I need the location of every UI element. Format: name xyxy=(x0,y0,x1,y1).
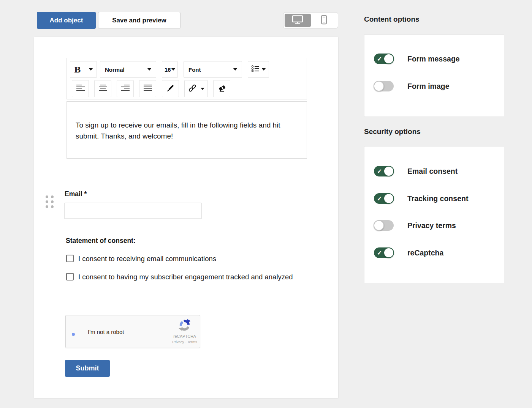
align-center-icon xyxy=(98,84,108,94)
align-right-button[interactable] xyxy=(117,80,134,97)
font-size-dropdown[interactable]: 16 xyxy=(162,61,178,78)
eraser-icon xyxy=(217,83,226,94)
align-left-icon xyxy=(76,84,85,94)
paragraph-format-dropdown[interactable]: Normal xyxy=(100,61,156,78)
justify-icon xyxy=(143,84,152,94)
recaptcha-widget[interactable]: I'm not a robot reCAPTCHA Privacy - Term… xyxy=(65,315,200,348)
form-message-editor[interactable]: To sign up to receive our emails, fill i… xyxy=(66,101,307,159)
device-preview-toggle[interactable] xyxy=(283,12,338,28)
toggle-row-recaptcha: reCaptcha xyxy=(374,247,443,258)
recaptcha-spinner-dot[interactable] xyxy=(72,333,75,336)
insert-link-button[interactable] xyxy=(184,80,208,97)
chevron-down-icon xyxy=(262,68,266,71)
toggle-row-email-consent: Email consent xyxy=(374,166,458,176)
email-field-label: Email * xyxy=(65,190,87,198)
chevron-down-icon xyxy=(89,68,93,71)
toggle-row-form-image: Form image xyxy=(374,81,450,91)
toggle-row-privacy-terms: Privacy terms xyxy=(374,220,456,231)
consent-option-label: I consent to receiving email communicati… xyxy=(78,254,216,264)
form-image-toggle[interactable] xyxy=(374,81,394,91)
chevron-down-icon xyxy=(171,68,175,71)
list-dropdown[interactable] xyxy=(248,61,269,78)
remove-format-button[interactable] xyxy=(213,80,230,97)
email-field[interactable] xyxy=(65,203,201,219)
tracking-consent-toggle[interactable] xyxy=(374,193,394,204)
form-message-toggle[interactable] xyxy=(374,54,394,64)
required-marker: * xyxy=(84,190,87,198)
chevron-down-icon xyxy=(233,68,237,71)
recaptcha-privacy-terms[interactable]: Privacy - Terms xyxy=(171,340,198,344)
mobile-phone-icon xyxy=(318,14,329,27)
link-icon xyxy=(188,83,197,94)
drag-handle[interactable] xyxy=(46,195,54,210)
desktop-monitor-icon xyxy=(291,14,304,27)
security-options-title: Security options xyxy=(364,128,421,136)
bold-icon: B xyxy=(74,65,81,74)
security-options-panel: Email consent Tracking consent Privacy t… xyxy=(364,146,504,283)
consent-option-label: I consent to having my subscriber engage… xyxy=(78,272,293,282)
toggle-row-tracking-consent: Tracking consent xyxy=(374,193,468,204)
toggle-row-form-message: Form message xyxy=(374,54,460,64)
form-message-text: To sign up to receive our emails, fill i… xyxy=(76,121,280,140)
recaptcha-label: I'm not a robot xyxy=(88,329,124,335)
align-right-icon xyxy=(121,84,130,94)
consent-checkbox[interactable] xyxy=(66,273,74,280)
font-family-dropdown[interactable]: Font xyxy=(184,61,242,78)
submit-button[interactable]: Submit xyxy=(65,360,110,377)
desktop-view-button[interactable] xyxy=(285,14,311,27)
pen-icon xyxy=(166,83,175,94)
richtext-toolbar: B Normal 16 Font xyxy=(66,58,307,99)
content-options-panel: Form message Form image xyxy=(364,35,504,117)
bullet-list-icon xyxy=(251,65,260,74)
content-options-title: Content options xyxy=(364,15,420,24)
chevron-down-icon xyxy=(201,88,204,90)
recaptcha-branding: reCAPTCHA Privacy - Terms xyxy=(171,318,198,344)
save-and-preview-button[interactable]: Save and preview xyxy=(98,12,180,29)
recaptcha-toggle[interactable] xyxy=(374,247,394,258)
align-center-button[interactable] xyxy=(94,80,111,97)
align-left-button[interactable] xyxy=(72,80,89,97)
form-canvas: B Normal 16 Font xyxy=(34,37,338,398)
consent-option-row: I consent to receiving email communicati… xyxy=(66,254,302,264)
bold-dropdown[interactable]: B xyxy=(70,61,97,78)
add-object-button[interactable]: Add object xyxy=(37,12,96,29)
consent-title: Statement of consent: xyxy=(66,237,136,245)
email-consent-toggle[interactable] xyxy=(374,166,394,176)
privacy-terms-toggle[interactable] xyxy=(374,220,394,231)
justify-button[interactable] xyxy=(139,80,156,97)
chevron-down-icon xyxy=(147,68,151,71)
consent-option-row: I consent to having my subscriber engage… xyxy=(66,272,302,282)
recaptcha-logo-icon xyxy=(178,327,192,333)
consent-checkbox[interactable] xyxy=(66,255,74,262)
text-color-button[interactable] xyxy=(162,80,179,97)
mobile-view-button[interactable] xyxy=(311,14,337,27)
